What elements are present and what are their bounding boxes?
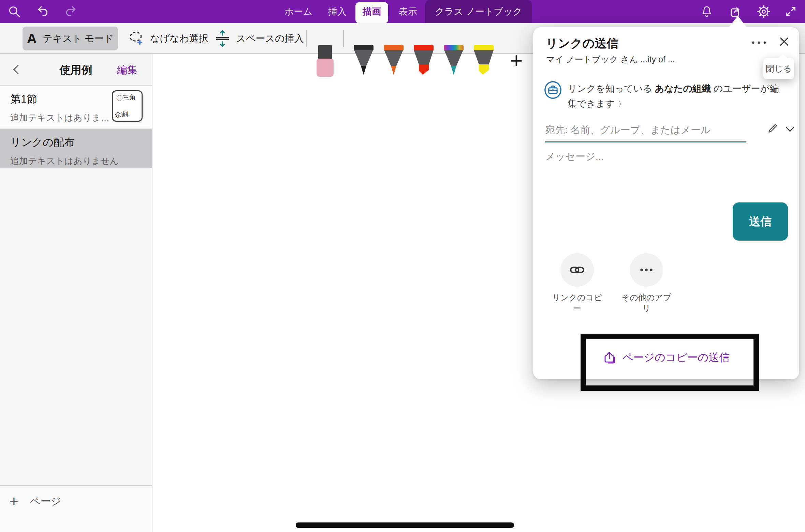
galaxy-pen-band	[444, 45, 464, 50]
sidebar-footer: + ページ	[0, 485, 152, 532]
galaxy-pen[interactable]	[444, 45, 464, 76]
permission-prefix: リンクを知っている	[568, 83, 655, 94]
text-mode-icon: A	[27, 31, 37, 46]
sidebar-header: 使用例 編集	[0, 54, 152, 86]
text-mode-label: テキスト モード	[43, 32, 114, 45]
add-page-label: ページ	[30, 495, 61, 508]
send-copy-label: ページのコピーの送信	[623, 350, 730, 365]
recipient-input[interactable]	[545, 119, 746, 142]
search-icon[interactable]	[8, 5, 21, 18]
yellow-highlighter[interactable]	[474, 45, 494, 76]
plus-icon: +	[10, 493, 18, 510]
orange-pen[interactable]	[384, 45, 404, 76]
redo-icon[interactable]	[64, 5, 78, 18]
orange-pen-tip	[391, 66, 396, 75]
tab-home[interactable]: ホーム	[280, 0, 317, 23]
send-page-copy-button[interactable]: ページのコピーの送信	[533, 350, 799, 365]
pencil-icon[interactable]	[766, 122, 779, 135]
black-pen[interactable]	[354, 45, 374, 76]
ellipsis-icon	[638, 262, 655, 278]
page-thumbnail: 〇三角 余割.	[112, 90, 143, 122]
send-copy-share-icon	[603, 350, 617, 365]
eraser-tool[interactable]	[317, 45, 334, 78]
close-tooltip: 閉じる	[763, 58, 794, 79]
page-title: リンクの配布	[10, 135, 75, 150]
top-app-bar: ホーム 挿入 描画 表示 クラス ノートブック	[0, 0, 805, 23]
insert-space-button[interactable]: スペースの挿入	[214, 23, 304, 54]
red-marker[interactable]	[414, 45, 434, 76]
orange-pen-cone	[384, 50, 404, 66]
add-page-button[interactable]: + ページ	[10, 493, 61, 510]
toolbar-divider	[306, 30, 307, 47]
tab-insert[interactable]: 挿入	[319, 0, 356, 23]
black-pen-cone	[354, 50, 374, 66]
page-list-item[interactable]: 第1節 追加テキストはありま… 〇三角 余割.	[0, 86, 152, 128]
notebook-subtitle: マイ ノートブック さん ...ity of ...	[546, 54, 675, 65]
link-permission-row[interactable]: リンクを知っている あなたの組織 のユーザーが編集できます〉	[544, 80, 788, 111]
notifications-bell-icon[interactable]	[700, 5, 714, 18]
text-mode-button[interactable]: A テキスト モード	[23, 27, 118, 50]
add-pen-button[interactable]: +	[506, 50, 527, 74]
yellow-highlighter-tip	[479, 64, 489, 75]
fullscreen-expand-icon[interactable]	[784, 5, 797, 18]
black-pen-tip	[361, 66, 366, 75]
eraser-body	[317, 59, 334, 77]
lasso-select-label: なげなわ選択	[150, 32, 208, 45]
pen-rack-divider	[343, 30, 344, 47]
copy-link-label: リンクのコピー	[550, 292, 604, 314]
tab-draw[interactable]: 描画	[355, 0, 388, 23]
insert-space-label: スペースの挿入	[236, 32, 304, 45]
permission-org: あなたの組織	[655, 83, 714, 94]
yellow-highlighter-cone	[474, 50, 494, 64]
more-apps-action[interactable]: その他のアプリ	[619, 253, 674, 314]
link-icon	[569, 262, 585, 278]
dialog-title: リンクの送信	[546, 35, 618, 51]
yellow-highlighter-band	[474, 45, 494, 50]
tab-class-notebook[interactable]: クラス ノートブック	[425, 0, 532, 23]
copy-link-circle	[560, 253, 594, 287]
thumbnail-handwriting-line1: 〇三角	[116, 93, 136, 103]
red-marker-cone	[414, 50, 434, 64]
send-button[interactable]: 送信	[733, 202, 788, 241]
thumbnail-handwriting-line2: 余割.	[115, 110, 130, 120]
orange-pen-band	[384, 45, 404, 50]
home-indicator-bar[interactable]	[296, 522, 514, 528]
close-icon[interactable]	[778, 35, 790, 48]
page-list-item-selected[interactable]: リンクの配布 追加テキストはありません	[0, 129, 152, 168]
more-apps-label: その他のアプリ	[619, 292, 674, 314]
message-input[interactable]	[545, 150, 784, 198]
more-options-icon[interactable]	[751, 37, 767, 48]
eraser-cap	[318, 45, 332, 59]
app-screen: ホーム 挿入 描画 表示 クラス ノートブック	[0, 0, 805, 532]
red-marker-band	[414, 45, 434, 50]
black-pen-band	[354, 45, 374, 50]
edit-button[interactable]: 編集	[117, 54, 137, 86]
recipient-row	[545, 119, 788, 144]
close-tooltip-label: 閉じる	[766, 63, 792, 74]
page-subtitle: 追加テキストはありま…	[10, 112, 109, 124]
settings-gear-icon[interactable]	[756, 4, 771, 19]
copy-link-action[interactable]: リンクのコピー	[550, 253, 604, 314]
page-subtitle: 追加テキストはありません	[10, 155, 119, 167]
galaxy-pen-cone	[444, 50, 464, 66]
tab-view[interactable]: 表示	[390, 0, 426, 23]
red-marker-tip	[419, 64, 429, 75]
lasso-icon	[128, 30, 145, 47]
page-title: 第1節	[10, 92, 37, 106]
permission-text: リンクを知っている あなたの組織 のユーザーが編集できます〉	[568, 80, 788, 111]
insert-space-icon	[214, 30, 231, 47]
undo-icon[interactable]	[36, 5, 49, 18]
briefcase-icon	[544, 80, 562, 100]
permission-chevron-icon: 〉	[618, 100, 626, 108]
dialog-callout-arrow	[728, 16, 748, 29]
chevron-down-icon[interactable]	[785, 125, 795, 134]
page-list-sidebar: 使用例 編集 第1節 追加テキストはありま… 〇三角 余割. リンクの配布 追加…	[0, 54, 152, 532]
more-apps-circle	[630, 253, 663, 287]
lasso-select-button[interactable]: なげなわ選択	[128, 23, 208, 54]
galaxy-pen-tip	[451, 66, 456, 75]
send-link-dialog: リンクの送信 マイ ノートブック さん ...ity of ...	[533, 27, 799, 379]
